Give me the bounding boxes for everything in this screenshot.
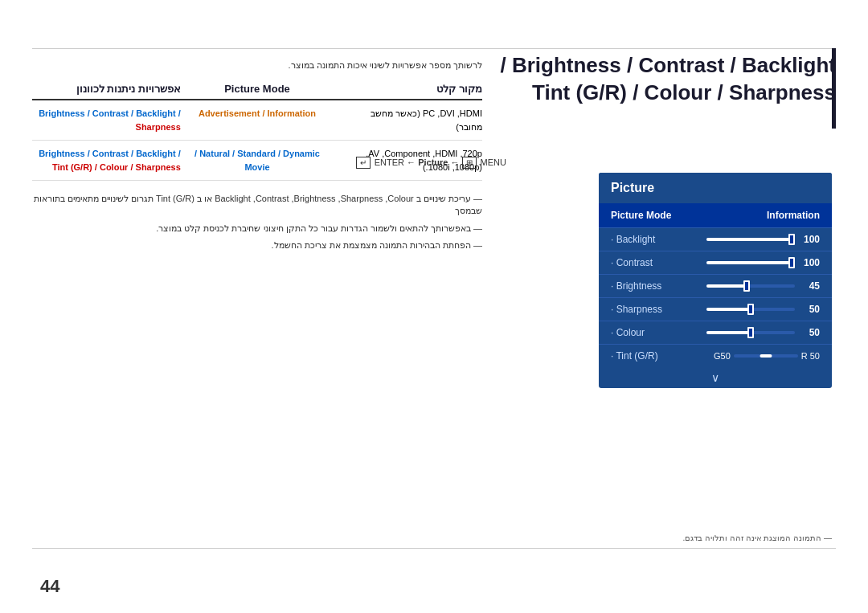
contrast-fill <box>706 261 795 264</box>
tint-label: Tint (G/R) <box>611 350 658 362</box>
contrast-value: 100 <box>800 257 820 268</box>
page-number: 44 <box>40 576 59 597</box>
colour-fill <box>706 331 751 334</box>
backlight-value: 100 <box>800 234 820 245</box>
colour-value: 50 <box>800 327 820 338</box>
contrast-label: Contrast <box>611 257 653 268</box>
panel-title: Picture <box>599 173 832 203</box>
panel-chevron: ∨ <box>599 367 832 388</box>
contrast-thumb <box>788 257 795 268</box>
contrast-track <box>706 261 795 264</box>
top-divider <box>32 48 836 49</box>
colour-row: Colour 50 <box>599 321 832 344</box>
enter-menu-instruction: ↵ ENTER ← Picture ← ⊞ MENU <box>356 157 506 169</box>
enter-icon: ↵ <box>356 157 371 169</box>
brightness-track <box>706 284 795 288</box>
brightness-slider-area: 45 <box>706 280 820 292</box>
backlight-fill <box>706 238 795 241</box>
backlight-slider-area: 100 <box>706 234 820 245</box>
row1-col3-line2: מחובר) <box>456 122 482 132</box>
row1-col3-line1: PC ,DVI ,HDMI (כאשר מחשב <box>371 108 482 118</box>
backlight-track <box>706 238 795 241</box>
row2-col1-line1: / Brightness / Contrast / Backlight <box>39 149 181 158</box>
arrow1: ← <box>407 157 416 167</box>
footnote: התמונה המוצגת אינה זהה ותלויה בדגם. <box>683 533 832 542</box>
title-line1: / Brightness / Contrast / Backlight <box>500 53 836 77</box>
panel-header-row: Picture Mode Information <box>599 203 832 227</box>
col-header-3: מקור קלט <box>334 83 482 95</box>
note-3: הפחתת הבהירות התמונה מצמצמת את צריכת החש… <box>32 239 482 251</box>
row1-col1-line2: Sharpness <box>136 122 181 132</box>
tint-g-label: G50 <box>714 351 731 361</box>
bottom-divider <box>32 548 836 549</box>
picture-label: Picture <box>418 157 448 167</box>
arrow2: ← <box>450 157 459 167</box>
row2-col2-line1: / Natural / Standard / Dynamic <box>194 149 320 158</box>
row2-col2: / Natural / Standard / Dynamic Movie <box>183 147 332 174</box>
col-header-1: אפשרויות ניתנות לכוונון <box>32 83 181 95</box>
right-title: / Brightness / Contrast / Backlight Tint… <box>490 52 836 107</box>
row2-col1-line2: Tint (G/R) / Colour / Sharpness <box>52 162 181 172</box>
picture-panel: Picture Picture Mode Information Backlig… <box>599 173 832 388</box>
row1-col1: / Brightness / Contrast / Backlight Shar… <box>32 107 181 133</box>
backlight-thumb <box>788 234 795 245</box>
tint-slider <box>734 354 798 358</box>
note-1: עריכת שינויים ב Backlight ,Contrast ,Bri… <box>32 193 482 218</box>
contrast-slider-area: 100 <box>706 257 820 268</box>
table-header: אפשרויות ניתנות לכוונון Picture Mode מקו… <box>32 83 482 100</box>
sharpness-slider-area: 50 <box>706 304 820 315</box>
sharpness-track <box>706 308 795 311</box>
colour-thumb <box>747 327 754 338</box>
backlight-row: Backlight 100 <box>599 227 832 251</box>
row2-col1: / Brightness / Contrast / Backlight Tint… <box>32 147 181 174</box>
enter-label: ENTER <box>375 157 404 167</box>
menu-label: MENU <box>481 157 506 167</box>
sharpness-label: Sharpness <box>611 304 662 315</box>
note-2: באפשרותך להתאים ולשמור הגדרות עבור כל הת… <box>32 223 482 235</box>
tint-controls: G50 R 50 <box>714 351 820 361</box>
menu-icon: ⊞ <box>462 157 477 169</box>
tint-fill <box>760 354 772 358</box>
sharpness-thumb <box>747 304 754 315</box>
row1-col2: Advertisement / Information <box>183 107 332 121</box>
tint-r-label: R 50 <box>801 351 820 361</box>
panel-mode-label: Picture Mode <box>611 210 671 221</box>
sharpness-value: 50 <box>800 304 820 315</box>
row1-col1-line1: / Brightness / Contrast / Backlight <box>39 108 181 118</box>
brightness-row: Brightness 45 <box>599 274 832 297</box>
sharpness-row: Sharpness 50 <box>599 297 832 321</box>
col-header-2: Picture Mode <box>183 83 332 95</box>
contrast-row: Contrast 100 <box>599 251 832 274</box>
row2-col2-line2: Movie <box>244 162 269 172</box>
table-row: / Brightness / Contrast / Backlight Shar… <box>32 100 482 141</box>
hebrew-instruction: לרשותך מספר אפשרויות לשינוי איכות התמונה… <box>32 60 482 71</box>
colour-label: Colour <box>611 327 645 338</box>
sharpness-fill <box>706 308 751 311</box>
panel-mode-value: Information <box>767 210 820 221</box>
tint-row: Tint (G/R) G50 R 50 <box>599 344 832 367</box>
notes-section: עריכת שינויים ב Backlight ,Contrast ,Bri… <box>32 193 482 252</box>
brightness-thumb <box>743 280 750 292</box>
brightness-value: 45 <box>800 280 820 292</box>
brightness-label: Brightness <box>611 280 661 292</box>
brightness-fill <box>706 284 747 288</box>
backlight-label: Backlight <box>611 234 655 245</box>
row1-col3: PC ,DVI ,HDMI (כאשר מחשב מחובר) <box>334 107 482 133</box>
colour-slider-area: 50 <box>706 327 820 338</box>
colour-track <box>706 331 795 334</box>
title-line2: Tint (G/R) / Colour / Sharpness <box>532 80 836 104</box>
